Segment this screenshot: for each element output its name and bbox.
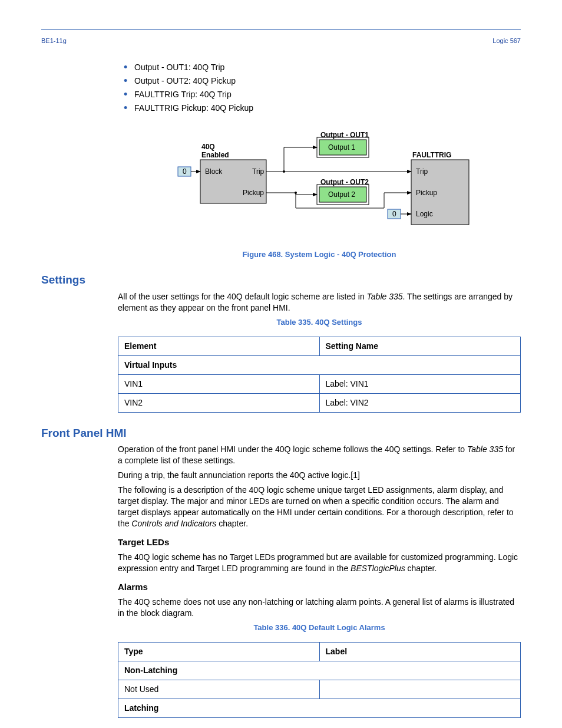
svg-text:Output - OUT1: Output - OUT1: [320, 131, 369, 139]
list-item: FAULTTRIG Pickup: 40Q Pickup: [118, 103, 521, 114]
svg-text:Trip: Trip: [416, 167, 428, 176]
settings-intro: All of the user settings for the 40Q def…: [118, 291, 521, 314]
bullet-list: Output - OUT1: 40Q Trip Output - OUT2: 4…: [118, 62, 521, 114]
hmi-para-1: Operation of the front panel HMI under t…: [118, 444, 521, 466]
svg-text:Output 2: Output 2: [328, 190, 355, 199]
svg-text:0: 0: [392, 210, 396, 218]
table-cell: Latching: [118, 699, 521, 717]
table-cell: Virtual Inputs: [118, 355, 521, 374]
table-335: Element Setting Name Virtual Inputs VIN1…: [118, 337, 521, 413]
table-336: Type Label Non-Latching Not Used Latchin…: [118, 642, 521, 718]
list-item: FAULTTRIG Trip: 40Q Trip: [118, 89, 521, 100]
table-cell: Label: VIN1: [319, 374, 521, 393]
table-cell: Label: VIN2: [319, 393, 521, 412]
table-335-label: Table 335. 40Q Settings: [118, 317, 521, 328]
logic-diagram: 40Q Enabled Block Trip Pickup 0 Output -…: [166, 120, 472, 238]
table-row: Non-Latching: [118, 661, 521, 680]
svg-text:Block: Block: [205, 167, 223, 176]
settings-heading: Settings: [41, 272, 521, 288]
alarms-heading: Alarms: [118, 581, 521, 593]
alarms-para: The 40Q scheme does not use any non-latc…: [118, 597, 521, 619]
svg-text:0: 0: [183, 167, 187, 176]
svg-text:Trip: Trip: [252, 167, 265, 176]
target-leds-para: The 40Q logic scheme has no Target LEDs …: [118, 552, 521, 574]
table-336-label: Table 336. 40Q Default Logic Alarms: [118, 622, 521, 633]
header-left: BE1-11g: [41, 37, 67, 44]
header-right: Logic 567: [492, 37, 521, 44]
page-container: BE1-11g Logic 567 Output - OUT1: 40Q Tri…: [0, 0, 562, 728]
table-row: VIN2 Label: VIN2: [118, 393, 521, 412]
table-cell: Not Used: [118, 680, 320, 699]
header-rule: [41, 29, 521, 30]
svg-text:Output 1: Output 1: [328, 143, 355, 151]
table-row: Element Setting Name: [118, 337, 521, 356]
list-item: Output - OUT2: 40Q Pickup: [118, 75, 521, 87]
table-row: Not Used: [118, 680, 521, 699]
table-cell: Non-Latching: [118, 661, 521, 680]
table-cell: VIN2: [118, 393, 320, 412]
table-cell: [319, 680, 521, 699]
svg-text:Pickup: Pickup: [416, 189, 437, 197]
svg-text:FAULTTRIG: FAULTTRIG: [412, 151, 451, 159]
table-row: Type Label: [118, 643, 521, 661]
table-row: VIN1 Label: VIN1: [118, 374, 521, 393]
hmi-heading: Front Panel HMI: [41, 426, 521, 441]
table-cell: VIN1: [118, 374, 320, 393]
table-cell: Setting Name: [319, 337, 521, 356]
hmi-para-3: The following is a description of the 40…: [118, 485, 521, 529]
table-row: Virtual Inputs: [118, 355, 521, 374]
svg-text:40Q: 40Q: [201, 143, 215, 151]
table-cell: Label: [319, 643, 521, 661]
figure-caption: Figure 468. System Logic - 40Q Protectio…: [118, 249, 521, 260]
svg-text:Logic: Logic: [416, 210, 433, 218]
page-header: BE1-11g Logic 567: [41, 37, 521, 44]
main-content: Output - OUT1: 40Q Trip Output - OUT2: 4…: [41, 62, 521, 728]
hmi-para-2: During a trip, the fault annunciation re…: [118, 470, 521, 481]
target-leds-heading: Target LEDs: [118, 536, 521, 548]
list-item: Output - OUT1: 40Q Trip: [118, 62, 521, 73]
table-row: Latching: [118, 699, 521, 717]
svg-text:Pickup: Pickup: [243, 189, 264, 197]
svg-text:Enabled: Enabled: [201, 151, 229, 159]
table-cell: Element: [118, 337, 320, 356]
svg-text:Output - OUT2: Output - OUT2: [320, 178, 369, 186]
table-cell: Type: [118, 643, 320, 661]
